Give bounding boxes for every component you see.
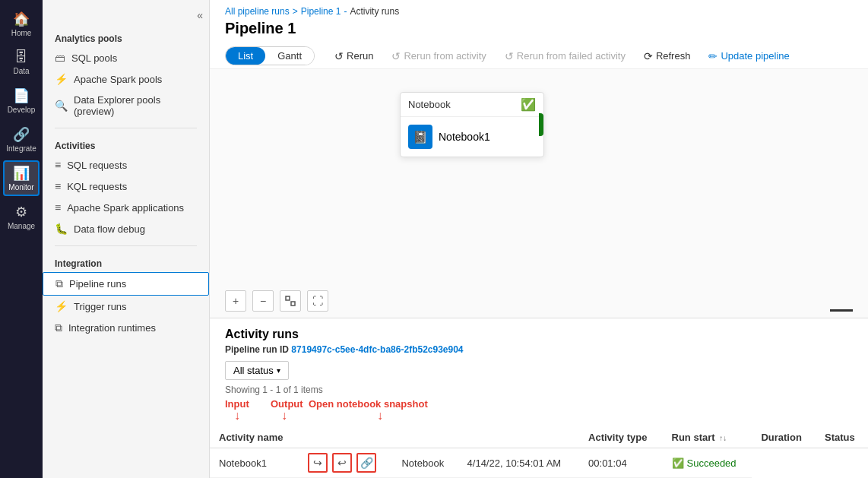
activity-runs-section: Activity runs Pipeline run ID 8719497c-c… [210,318,868,427]
kql-requests-icon: ≡ [55,180,61,192]
data-icon: 🗄 [14,49,28,65]
sidebar-item-data-flow-debug[interactable]: 🐛 Data flow debug [43,218,209,239]
input-button[interactable]: ↪ [308,453,328,473]
activities-title: Activities [43,135,209,154]
sidebar-item-sql-pools[interactable]: 🗃 SQL pools [43,47,209,68]
open-snapshot-button[interactable]: 🔗 [356,453,376,473]
sidebar-item-data-explorer-pools[interactable]: 🔍 Data Explorer pools (preview) [43,90,209,122]
sidebar-collapse-btn[interactable]: « [43,6,209,27]
breadcrumb-sep2: - [344,6,347,17]
nav-item-home[interactable]: 🏠 Home [3,6,40,42]
col-header-duration: Duration [752,427,816,448]
rerun-label: Rerun [347,50,373,62]
nav-item-manage[interactable]: ⚙ Manage [3,199,40,235]
edit-icon: ✏ [708,50,718,62]
sidebar-item-pipeline-runs[interactable]: ⧉ Pipeline runs [43,272,209,296]
filter-row: All status ▾ [225,361,853,380]
spark-apps-label: Apache Spark applications [67,202,184,214]
nav-item-integrate[interactable]: 🔗 Integrate [3,122,40,157]
notebook-card-header: Notebook ✅ [401,93,543,117]
status-succeeded: ✅ Succeeded [672,457,743,469]
manage-icon: ⚙ [15,204,27,220]
activity-runs-title: Activity runs [225,328,853,341]
sql-requests-label: SQL requests [67,160,127,171]
icon-nav: 🏠 Home 🗄 Data 📄 Develop 🔗 Integrate 📊 Mo… [0,0,43,478]
chevron-down-icon: ▾ [277,366,280,375]
home-icon: 🏠 [13,11,30,27]
refresh-label: Refresh [656,50,691,62]
tab-gantt[interactable]: Gantt [265,47,314,65]
col-header-action2 [392,427,458,448]
breadcrumb-current: Activity runs [350,6,399,17]
activity-runs-table-container: Activity name Activity type Run start ↑↓… [210,427,868,478]
action-buttons: ↪ ↩ 🔗 [308,453,383,473]
col-header-activity-name: Activity name [210,427,299,448]
data-flow-label: Data flow debug [74,223,145,235]
svg-rect-0 [286,296,290,300]
canvas-fit[interactable] [280,290,301,312]
output-arrow-icon: ↓ [281,409,287,423]
nav-label-home: Home [11,29,32,37]
sidebar-item-sql-requests[interactable]: ≡ SQL requests [43,154,209,176]
nav-label-monitor: Monitor [8,183,33,192]
update-pipeline-button[interactable]: ✏ Update pipeline [701,47,797,65]
sidebar-item-trigger-runs[interactable]: ⚡ Trigger runs [43,296,209,317]
sql-pools-label: SQL pools [71,52,117,64]
notebook-success-icon: ✅ [521,97,536,112]
input-icon: ↪ [313,457,322,469]
data-flow-icon: 🐛 [55,223,68,235]
nav-item-develop[interactable]: 📄 Develop [3,83,40,119]
breadcrumb-pipeline-name[interactable]: Pipeline 1 [301,6,341,17]
divider-1 [55,128,197,128]
nav-label-data: Data [13,67,29,75]
status-filter-label: All status [233,365,274,376]
integration-title: Integration [43,252,209,272]
sidebar-item-apache-spark-apps[interactable]: ≡ Apache Spark applications [43,197,209,218]
rerun-icon: ↺ [334,50,344,62]
trigger-runs-icon: ⚡ [55,300,68,312]
cell-run-start: 4/14/22, 10:54:01 AM [458,448,580,478]
sidebar-item-integration-runtimes[interactable]: ⧉ Integration runtimes [43,317,209,339]
output-button[interactable]: ↩ [332,453,352,473]
refresh-icon: ⟳ [644,50,653,62]
canvas-zoom-out[interactable]: − [252,290,274,312]
rerun-from-activity-button[interactable]: ↺ Rerun from activity [384,47,493,65]
nav-item-monitor[interactable]: 📊 Monitor [3,160,40,196]
canvas-area: Notebook ✅ 📓 Notebook1 + − ⛶ [210,69,868,318]
trigger-runs-label: Trigger runs [74,301,127,312]
rerun-button[interactable]: ↺ Rerun [327,47,381,65]
rerun-from-failed-button[interactable]: ↺ Rerun from failed activity [497,47,633,65]
snapshot-arrow-icon: ↓ [377,409,383,423]
pipeline-runs-icon: ⧉ [55,277,63,290]
monitor-icon: 📊 [13,165,30,182]
integration-runtimes-label: Integration runtimes [68,322,156,334]
notebook-card-body: 📓 Notebook1 [401,117,543,157]
sidebar-item-apache-spark-pools[interactable]: ⚡ Apache Spark pools [43,68,209,90]
spark-apps-icon: ≡ [55,201,61,214]
sidebar: « Analytics pools 🗃 SQL pools ⚡ Apache S… [43,0,210,478]
integrate-icon: 🔗 [13,126,30,143]
col-header-run-start: Run start ↑↓ [663,427,752,448]
cell-activity-type: Notebook [392,448,458,478]
spark-pools-label: Apache Spark pools [74,74,162,85]
canvas-expand[interactable]: ⛶ [307,290,328,312]
cell-status: ✅ Succeeded [663,448,752,478]
canvas-zoom-in[interactable]: + [225,290,246,312]
snapshot-icon: 🔗 [360,457,373,469]
tab-list[interactable]: List [226,47,265,65]
refresh-button[interactable]: ⟳ Refresh [636,47,699,65]
breadcrumb-sep1: > [293,6,298,17]
canvas-controls: + − ⛶ [225,290,328,312]
pipeline-run-id-value: 8719497c-c5ee-4dfc-ba86-2fb52c93e904 [291,344,463,355]
notebook-card[interactable]: Notebook ✅ 📓 Notebook1 [400,92,544,157]
notebook-card-name: Notebook1 [439,131,490,143]
integration-runtimes-icon: ⧉ [55,321,62,334]
breadcrumb-all-runs[interactable]: All pipeline runs [225,6,290,17]
nav-item-data[interactable]: 🗄 Data [3,45,40,80]
data-explorer-icon: 🔍 [55,100,68,112]
collapse-icon[interactable]: « [197,9,203,21]
col-header-action3 [458,427,580,448]
status-filter-dropdown[interactable]: All status ▾ [225,361,289,380]
col-header-action1 [299,427,392,448]
sidebar-item-kql-requests[interactable]: ≡ KQL requests [43,176,209,197]
